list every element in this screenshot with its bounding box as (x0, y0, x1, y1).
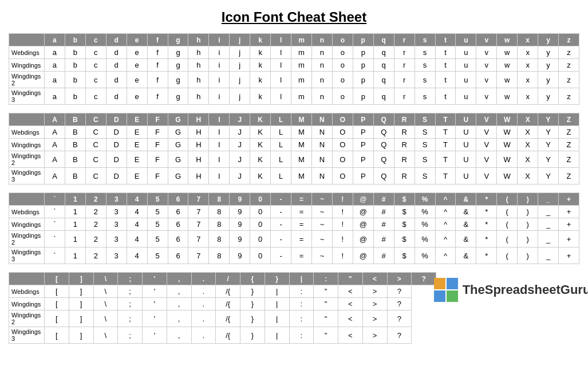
char-cell-9: 9 (230, 231, 250, 247)
char-cell-24: Y (538, 139, 559, 151)
char-cell-11: L (271, 139, 291, 151)
char-cell-19: ^ (435, 231, 456, 247)
char-cell-24: Y (538, 151, 559, 168)
char-cell-13: n (311, 46, 332, 59)
char-cell-13: ~ (311, 206, 332, 218)
char-cell-4: 4 (127, 247, 147, 264)
char-cell-24: y (538, 88, 559, 105)
char-cell-13: N (311, 126, 332, 139)
char-cell-0: A (45, 126, 65, 139)
char-cell-6: 6 (168, 231, 188, 247)
logo-square-1 (447, 278, 458, 289)
char-cell-11: " (314, 311, 338, 327)
char-cell-22: w (497, 46, 518, 59)
char-cell-17: R (394, 151, 415, 168)
char-cell-1: B (65, 126, 85, 139)
header-cell-21: U (456, 113, 476, 126)
char-cell-25: + (559, 247, 579, 264)
char-cell-0: [ (45, 327, 69, 344)
char-cell-24: y (538, 72, 559, 88)
char-cell-23: X (518, 139, 538, 151)
char-cell-0: ` (45, 231, 65, 247)
char-cell-2: \ (93, 327, 118, 344)
header-cell-4: ; (118, 273, 143, 285)
char-cell-6: g (168, 88, 188, 105)
char-cell-2: 2 (85, 218, 106, 231)
char-cell-9: J (230, 126, 250, 139)
char-cell-20: & (456, 206, 476, 218)
header-cell-10: J (230, 113, 250, 126)
char-cell-13: n (311, 72, 332, 88)
char-cell-4: e (127, 46, 147, 59)
char-cell-8: i (209, 46, 230, 59)
char-cell-7: 7 (188, 206, 209, 218)
header-cell-10: } (265, 273, 289, 285)
char-cell-10: k (250, 46, 271, 59)
table-row: Webdings`1234567890-=~!@#$%^&*()_+ (9, 206, 579, 218)
char-cell-21: * (476, 218, 497, 231)
char-cell-2: 2 (85, 247, 106, 264)
char-cell-24: _ (538, 231, 559, 247)
table-row: Wingdings 2[]\;',./{}|:"<>? (9, 311, 436, 327)
char-cell-15: P (353, 151, 373, 168)
char-cell-2: \ (93, 298, 118, 311)
char-cell-10: : (289, 327, 314, 344)
header-cell-16: P (353, 113, 373, 126)
header-cell-3: 2 (85, 193, 106, 206)
char-cell-23: x (518, 46, 538, 59)
header-cell-1: A (45, 113, 65, 126)
char-cell-25: Z (559, 139, 579, 151)
char-cell-6: g (168, 72, 188, 88)
char-cell-12: m (291, 88, 312, 105)
char-cell-18: % (415, 231, 435, 247)
char-cell-13: > (362, 327, 387, 344)
char-cell-5: f (147, 72, 168, 88)
char-cell-1: b (65, 59, 85, 72)
header-cell-9: I (209, 113, 230, 126)
char-cell-13: > (362, 311, 387, 327)
table-special: []\;',./ {} |:" < > ?Webdings[]\;',./{}|… (9, 272, 436, 344)
font-label: Wingdings 3 (9, 247, 45, 264)
char-cell-23: ) (518, 231, 538, 247)
char-cell-10: : (289, 285, 314, 298)
char-cell-9: 9 (230, 206, 250, 218)
char-cell-22: W (497, 126, 518, 139)
char-cell-16: q (373, 46, 394, 59)
char-cell-21: v (476, 59, 497, 72)
char-cell-11: L (271, 168, 291, 184)
header-cell-9: i (209, 34, 230, 46)
char-cell-20: & (456, 218, 476, 231)
header-cell-5: ' (143, 273, 167, 285)
char-cell-18: S (415, 151, 435, 168)
char-cell-1: B (65, 168, 85, 184)
char-cell-3: 3 (106, 218, 127, 231)
char-cell-14: O (332, 168, 353, 184)
char-cell-3: D (106, 168, 127, 184)
char-cell-19: t (435, 59, 456, 72)
header-cell-7: G (168, 113, 188, 126)
header-cell-1: [ (45, 273, 69, 285)
char-cell-0: a (45, 59, 65, 72)
char-cell-15: p (353, 46, 373, 59)
header-cell-2: ] (69, 273, 93, 285)
char-cell-20: U (456, 139, 476, 151)
char-cell-22: W (497, 139, 518, 151)
char-cell-13: N (311, 139, 332, 151)
char-cell-8: i (209, 72, 230, 88)
char-cell-20: u (456, 46, 476, 59)
char-cell-0: A (45, 139, 65, 151)
char-cell-19: T (435, 151, 456, 168)
font-label: Wingdings 3 (9, 88, 45, 105)
header-cell-25: Y (538, 113, 559, 126)
char-cell-9: j (230, 88, 250, 105)
char-cell-8: I (209, 126, 230, 139)
table-row: Wingdings`1234567890-=~!@#$%^&*()_+ (9, 218, 579, 231)
char-cell-10: K (250, 139, 271, 151)
char-cell-5: F (147, 151, 168, 168)
char-cell-25: z (559, 72, 579, 88)
logo-square-2 (434, 290, 445, 302)
char-cell-17: r (394, 88, 415, 105)
char-cell-15: p (353, 59, 373, 72)
char-cell-10: K (250, 126, 271, 139)
char-cell-13: > (362, 285, 387, 298)
